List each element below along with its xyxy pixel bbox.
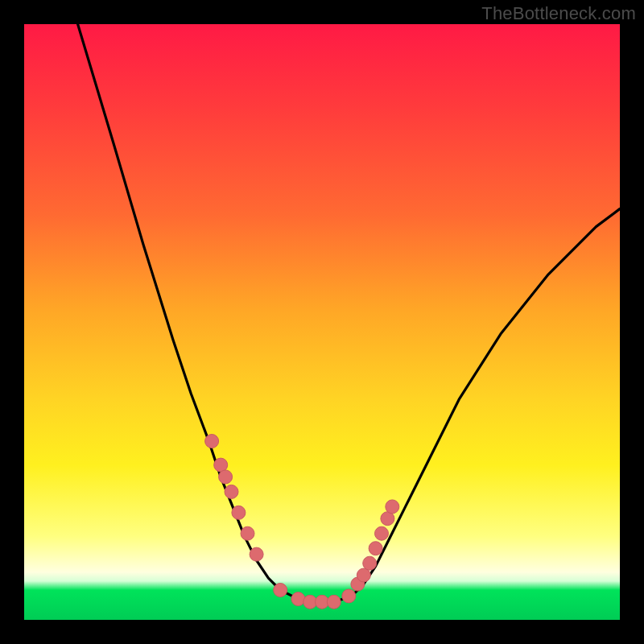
sample-point xyxy=(225,485,238,498)
sample-point xyxy=(327,595,341,609)
sample-point xyxy=(386,500,399,514)
sample-point xyxy=(342,589,356,603)
sample-point xyxy=(369,542,382,555)
bottleneck-curve xyxy=(78,24,620,602)
sample-point xyxy=(250,547,263,561)
sample-point xyxy=(363,556,377,570)
chart-frame: TheBottleneck.com xyxy=(0,0,644,644)
sample-point xyxy=(232,506,246,519)
sample-point xyxy=(205,435,219,448)
curve-layer xyxy=(24,24,620,620)
sample-point xyxy=(274,584,287,597)
plot-area xyxy=(24,24,620,620)
sample-point xyxy=(241,526,254,540)
sample-point xyxy=(291,592,305,606)
sample-point xyxy=(219,470,233,484)
sample-points-group xyxy=(205,435,399,609)
watermark-text: TheBottleneck.com xyxy=(481,3,636,24)
sample-point xyxy=(375,526,389,540)
